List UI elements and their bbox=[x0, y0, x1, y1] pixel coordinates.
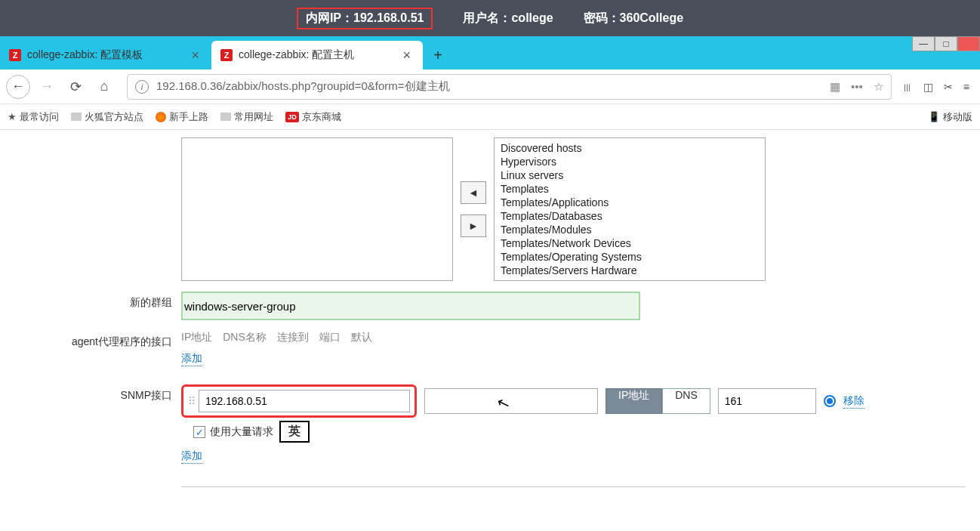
group-option[interactable]: Linux servers bbox=[501, 168, 759, 182]
groups-row: ◄ ► Discovered hostsHypervisorsLinux ser… bbox=[15, 137, 965, 281]
firefox-icon bbox=[156, 112, 166, 122]
minimize-button[interactable]: — bbox=[912, 36, 935, 51]
connect-ip-button[interactable]: IP地址 bbox=[606, 388, 662, 414]
close-window-button[interactable] bbox=[957, 36, 980, 51]
agent-iface-label: agent代理程序的接口 bbox=[15, 331, 181, 349]
new-group-row: 新的群组 bbox=[15, 292, 965, 320]
hdr-dns: DNS名称 bbox=[223, 331, 267, 344]
bookmark-frequent[interactable]: 最常访问 bbox=[8, 110, 59, 124]
tab-templates[interactable]: Z college-zabbix: 配置模板 × bbox=[0, 41, 211, 69]
agent-add-link[interactable]: 添加 bbox=[181, 352, 202, 366]
bookmark-newbie[interactable]: 新手上路 bbox=[156, 110, 208, 124]
url-text: 192.168.0.36/zabbix/hosts.php?groupid=0&… bbox=[156, 79, 450, 94]
new-group-label: 新的群组 bbox=[15, 292, 181, 310]
snmp-iface-label: SNMP接口 bbox=[15, 384, 181, 403]
password-item: 密码：360College bbox=[584, 11, 683, 26]
tab-title: college-zabbix: 配置主机 bbox=[239, 48, 393, 62]
bookmarks-bar: 最常访问 火狐官方站点 新手上路 常用网址 JD京东商城 📱 移动版 bbox=[0, 104, 980, 130]
close-icon[interactable]: × bbox=[188, 48, 202, 63]
intranet-ip-box: 内网IP：192.168.0.51 bbox=[297, 8, 433, 29]
remove-link[interactable]: 移除 bbox=[843, 394, 864, 409]
hdr-default: 默认 bbox=[351, 331, 372, 344]
snmp-ip-highlight: ⠿ bbox=[181, 384, 417, 418]
snmp-port-input[interactable] bbox=[718, 388, 816, 414]
new-tab-button[interactable]: + bbox=[423, 41, 453, 69]
bulk-checkbox[interactable]: ✓ bbox=[193, 426, 205, 438]
group-option[interactable]: Templates/Databases bbox=[501, 209, 759, 223]
page-actions-icon[interactable]: ••• bbox=[851, 80, 863, 93]
group-option[interactable]: Templates bbox=[501, 182, 759, 196]
bookmark-mobile[interactable]: 📱 移动版 bbox=[928, 110, 972, 124]
home-button[interactable]: ⌂ bbox=[92, 75, 116, 99]
connect-to-toggle: IP地址 DNS bbox=[606, 388, 710, 414]
qr-icon[interactable]: ▦ bbox=[830, 80, 840, 94]
ip-label: 内网IP： bbox=[306, 11, 353, 24]
page-content: ◄ ► Discovered hostsHypervisorsLinux ser… bbox=[0, 130, 980, 502]
screenshot-icon[interactable]: ✂ bbox=[944, 81, 953, 93]
library-icon[interactable]: ⫼ bbox=[902, 81, 913, 93]
url-input[interactable]: i 192.168.0.36/zabbix/hosts.php?groupid=… bbox=[127, 74, 892, 100]
group-option[interactable]: Templates/Modules bbox=[501, 223, 759, 236]
reload-button[interactable]: ⟳ bbox=[63, 75, 88, 99]
selected-groups-listbox[interactable] bbox=[181, 137, 453, 281]
info-banner: 内网IP：192.168.0.51 用户名：college 密码：360Coll… bbox=[0, 0, 980, 36]
available-groups-listbox[interactable]: Discovered hostsHypervisorsLinux servers… bbox=[494, 137, 766, 281]
new-group-highlight bbox=[181, 292, 640, 320]
site-info-icon[interactable]: i bbox=[135, 80, 149, 94]
close-icon[interactable]: × bbox=[399, 48, 414, 63]
move-right-button[interactable]: ► bbox=[461, 215, 486, 237]
iface-header: IP地址 DNS名称 连接到 端口 默认 bbox=[181, 331, 965, 344]
move-left-button[interactable]: ◄ bbox=[461, 181, 486, 204]
bookmark-jd[interactable]: JD京东商城 bbox=[285, 110, 341, 124]
star-icon bbox=[8, 111, 17, 122]
bulk-label: 使用大量请求 bbox=[210, 425, 273, 439]
separator bbox=[181, 486, 965, 487]
bookmark-firefox-site[interactable]: 火狐官方站点 bbox=[71, 110, 143, 124]
group-option[interactable]: Discovered hosts bbox=[501, 141, 759, 155]
group-option[interactable]: Templates/Network Devices bbox=[501, 236, 759, 250]
username-item: 用户名：college bbox=[463, 11, 553, 26]
zabbix-icon: Z bbox=[220, 49, 233, 61]
tab-title: college-zabbix: 配置模板 bbox=[27, 48, 182, 62]
folder-icon bbox=[220, 113, 231, 121]
hdr-port: 端口 bbox=[319, 331, 341, 344]
back-button[interactable]: ← bbox=[6, 75, 30, 99]
group-option[interactable]: Templates/Applications bbox=[501, 196, 759, 209]
snmp-iface-row: SNMP接口 ⠿ IP地址 DNS 移除 ✓ 使用大量请求 bbox=[15, 384, 965, 464]
connect-dns-button[interactable]: DNS bbox=[662, 388, 710, 414]
forward-button[interactable]: → bbox=[35, 75, 59, 99]
window-controls: — □ bbox=[912, 36, 980, 51]
ime-indicator: 英 bbox=[279, 421, 310, 443]
ip-value: 192.168.0.51 bbox=[353, 11, 424, 24]
address-bar: ← → ⟳ ⌂ i 192.168.0.36/zabbix/hosts.php?… bbox=[0, 69, 980, 104]
drag-handle-icon[interactable]: ⠿ bbox=[188, 395, 194, 407]
bookmark-common[interactable]: 常用网址 bbox=[220, 110, 273, 124]
group-option[interactable]: Hypervisors bbox=[501, 155, 759, 168]
zabbix-icon: Z bbox=[9, 49, 21, 61]
agent-iface-row: agent代理程序的接口 IP地址 DNS名称 连接到 端口 默认 添加 bbox=[15, 331, 965, 366]
browser-tab-strip: Z college-zabbix: 配置模板 × Z college-zabbi… bbox=[0, 36, 980, 69]
group-option[interactable]: Templates/Operating Systems bbox=[501, 250, 759, 264]
bookmark-star-icon[interactable]: ☆ bbox=[874, 80, 883, 94]
snmp-add-link[interactable]: 添加 bbox=[181, 449, 202, 464]
group-option[interactable]: Templates/Servers Hardware bbox=[501, 264, 759, 277]
hdr-connect: 连接到 bbox=[277, 331, 309, 344]
folder-icon bbox=[71, 113, 82, 121]
hdr-ip: IP地址 bbox=[181, 331, 212, 344]
snmp-ip-input[interactable] bbox=[199, 390, 410, 412]
sidebar-icon[interactable]: ◫ bbox=[923, 81, 933, 93]
menu-icon[interactable]: ≡ bbox=[963, 81, 969, 93]
maximize-button[interactable]: □ bbox=[935, 36, 957, 51]
default-radio[interactable] bbox=[824, 395, 836, 407]
new-group-input[interactable] bbox=[184, 295, 637, 317]
jd-icon: JD bbox=[285, 112, 299, 122]
tab-hosts[interactable]: Z college-zabbix: 配置主机 × bbox=[211, 41, 423, 69]
